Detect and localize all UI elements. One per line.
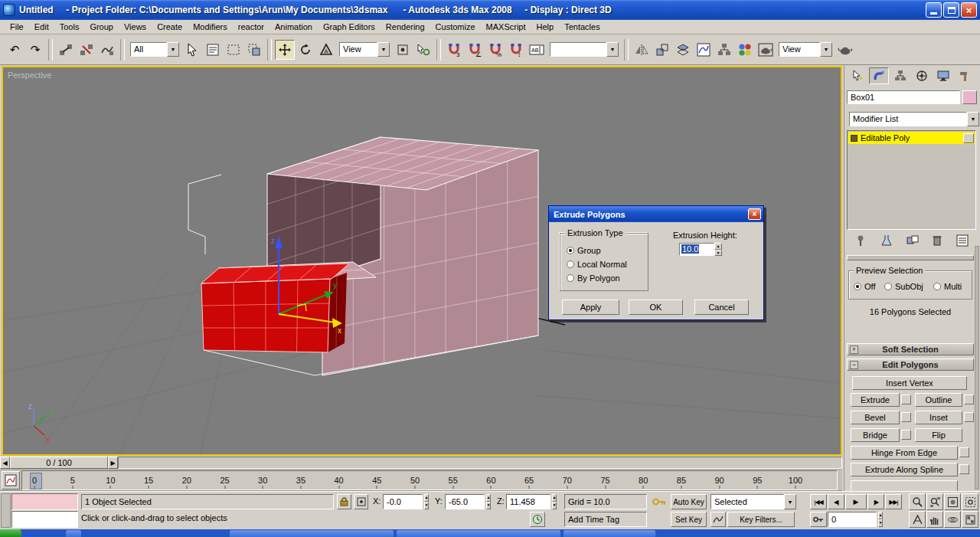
extrusion-height-spinner[interactable]: 10.0 ▲▼ [679,243,722,256]
material-editor-button[interactable] [735,40,755,60]
object-name-field[interactable]: Box01 [847,90,960,104]
inset-button[interactable]: Inset [915,411,962,424]
redo-button[interactable]: ↷ [25,40,45,60]
extrude-button[interactable]: Extrude [851,393,900,407]
mini-curve-editor-button[interactable] [2,471,20,490]
bind-to-space-warp-button[interactable] [97,40,117,60]
extrude-spline-settings-button[interactable] [959,464,969,474]
modifier-list-dropdown[interactable]: Modifier List ▼ [849,112,979,126]
flip-button[interactable]: Flip [915,428,962,442]
current-frame-field[interactable]: 0 [828,512,877,527]
key-tangent-button[interactable] [710,512,726,527]
frame-spinner[interactable]: ▲▼ [877,512,884,527]
select-by-name-button[interactable] [203,40,223,60]
field-of-view-button[interactable] [909,511,926,528]
cancel-button[interactable]: Cancel [694,300,749,315]
zoom-all-button[interactable] [926,493,943,510]
apply-button[interactable]: Apply [562,300,619,315]
menu-file[interactable]: File [5,21,29,33]
tab-hierarchy[interactable] [890,67,910,84]
close-button[interactable]: × [961,2,977,18]
selection-filter-dropdown[interactable]: All ▼ [130,42,179,57]
select-and-move-button[interactable] [275,40,295,60]
go-to-end-button[interactable]: ▶▶| [885,494,902,509]
curve-editor-button[interactable] [694,40,714,60]
macro-recorder-field[interactable] [11,493,78,510]
make-unique-button[interactable] [906,234,919,248]
minimize-button[interactable] [926,2,942,18]
undo-button[interactable]: ↶ [5,40,24,60]
radio-by-polygon[interactable]: By Polygon [567,273,620,283]
snaps-toggle-button[interactable]: 3 [444,40,464,60]
align-button[interactable] [652,40,672,60]
menu-rendering[interactable]: Rendering [381,21,430,33]
next-frame-button[interactable]: |▶ [867,494,884,509]
use-pivot-center-button[interactable] [393,40,413,60]
configure-modifier-sets-button[interactable] [956,234,969,248]
tab-modify[interactable] [869,67,889,84]
x-spinner[interactable]: ▲▼ [423,494,430,509]
go-to-start-button[interactable]: |◀◀ [810,494,827,509]
taskbar-app-button[interactable] [66,530,81,537]
y-coord-field[interactable]: -65.0 [445,494,485,509]
selection-lock-button[interactable] [337,494,351,509]
mini-listener-handle[interactable] [1,493,11,528]
extrude-settings-button[interactable] [901,395,911,404]
time-tag-icon-button[interactable] [530,512,545,527]
track-bar-ruler[interactable]: 0510152025303540455055606570758085909510… [21,470,838,490]
taskbar-app-button[interactable] [230,530,394,537]
tab-display[interactable] [933,67,953,84]
edit-polygons-rollout[interactable]: − Edit Polygons [847,359,974,371]
stack-item-gray-box[interactable] [963,133,974,143]
reference-coordinate-dropdown[interactable]: View ▼ [339,42,390,57]
play-button[interactable]: ▶ [845,494,867,509]
time-slider-prev-button[interactable]: ◀ [0,457,10,469]
menu-create[interactable]: Create [152,21,188,33]
preview-subobj-radio[interactable]: SubObj [884,282,923,291]
menu-help[interactable]: Help [531,21,560,33]
preview-off-radio[interactable]: Off [854,282,875,291]
named-selection-dropdown[interactable]: ▼ [550,42,619,57]
zoom-button[interactable] [909,493,926,510]
start-button[interactable] [0,529,21,537]
time-slider-track[interactable] [118,457,842,469]
insert-vertex-button[interactable]: Insert Vertex [852,376,967,390]
y-spinner[interactable]: ▲▼ [485,494,492,509]
previous-frame-button[interactable]: ◀| [828,494,844,509]
time-tag-field[interactable]: Add Time Tag [564,512,647,527]
pan-button[interactable] [926,511,943,528]
select-and-link-button[interactable] [56,40,76,60]
time-slider-thumb[interactable]: 0 / 100 [10,457,108,469]
layer-manager-button[interactable] [673,40,693,60]
object-color-swatch[interactable] [962,90,977,104]
select-and-scale-button[interactable] [316,40,336,60]
extrusion-height-field[interactable]: 10.0 [679,243,714,256]
zoom-extents-button[interactable] [944,493,961,510]
select-object-button[interactable] [182,40,202,60]
outline-settings-button[interactable] [964,395,974,404]
spinner-snap-toggle-button[interactable]: ↕ [506,40,526,60]
named-selection-sets-button[interactable]: AB [527,40,547,60]
maximize-viewport-toggle-button[interactable] [962,511,978,528]
tab-motion[interactable] [912,67,932,84]
show-end-result-button[interactable] [880,234,893,248]
modifier-stack[interactable]: Editable Poly [847,130,976,230]
auto-key-button[interactable]: Auto Key [671,494,707,509]
menu-customize[interactable]: Customize [430,21,481,33]
radio-local-normal[interactable]: Local Normal [567,260,627,269]
render-setup-button[interactable] [756,40,776,60]
listener-field[interactable] [11,511,78,528]
zoom-region-button[interactable] [962,493,978,510]
x-coord-field[interactable]: -0.0 [383,494,423,509]
menu-tools[interactable]: Tools [54,21,85,33]
menu-modifiers[interactable]: Modifiers [188,21,233,33]
select-and-manipulate-button[interactable] [413,40,433,60]
rectangular-selection-region-button[interactable] [224,40,243,60]
extrude-along-spline-button[interactable]: Extrude Along Spline [851,463,958,476]
hinge-from-edge-button[interactable]: Hinge From Edge [851,446,958,460]
menu-grapheditors[interactable]: Graph Editors [318,21,381,33]
menu-edit[interactable]: Edit [29,21,54,33]
time-slider-next-button[interactable]: ▶ [108,457,118,469]
radio-group[interactable]: Group [567,246,601,255]
select-and-rotate-button[interactable] [296,40,315,60]
